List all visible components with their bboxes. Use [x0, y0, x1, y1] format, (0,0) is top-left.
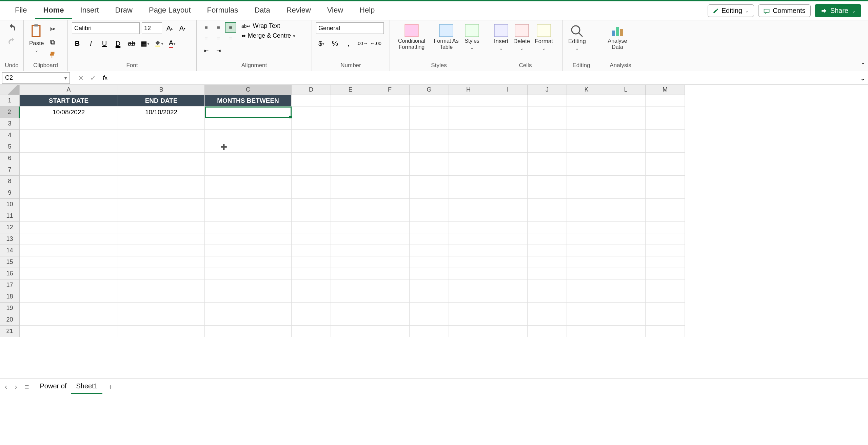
- cell-K10[interactable]: [567, 199, 606, 210]
- row-header-20[interactable]: 20: [0, 314, 20, 326]
- cell-D7[interactable]: [292, 164, 331, 176]
- column-header-G[interactable]: G: [410, 85, 449, 95]
- sheet-tab-power-of[interactable]: Power of: [35, 380, 72, 394]
- row-header-12[interactable]: 12: [0, 222, 20, 233]
- cell-D2[interactable]: [292, 107, 331, 118]
- cell-J2[interactable]: [528, 107, 567, 118]
- enter-formula-button[interactable]: ✓: [87, 73, 98, 83]
- cell-K16[interactable]: [567, 268, 606, 279]
- cell-D17[interactable]: [292, 279, 331, 291]
- cell-I18[interactable]: [488, 291, 528, 303]
- cell-J3[interactable]: [528, 118, 567, 130]
- align-mid-center[interactable]: ≡: [213, 34, 224, 44]
- cell-J13[interactable]: [528, 233, 567, 245]
- cell-K2[interactable]: [567, 107, 606, 118]
- bold-button[interactable]: B: [72, 38, 83, 49]
- cell-I3[interactable]: [488, 118, 528, 130]
- cell-D4[interactable]: [292, 130, 331, 141]
- cell-I5[interactable]: [488, 141, 528, 153]
- cell-J16[interactable]: [528, 268, 567, 279]
- redo-button[interactable]: [6, 36, 17, 47]
- cell-G10[interactable]: [410, 199, 449, 210]
- cell-G15[interactable]: [410, 256, 449, 268]
- cell-H17[interactable]: [449, 279, 488, 291]
- cell-J14[interactable]: [528, 245, 567, 256]
- add-sheet-button[interactable]: +: [107, 381, 114, 393]
- cell-K1[interactable]: [567, 95, 606, 107]
- cell-H11[interactable]: [449, 210, 488, 222]
- cell-J4[interactable]: [528, 130, 567, 141]
- cell-C6[interactable]: [205, 153, 292, 164]
- cell-F8[interactable]: [370, 176, 410, 187]
- row-header-8[interactable]: 8: [0, 176, 20, 187]
- cell-G8[interactable]: [410, 176, 449, 187]
- sheet-nav-next[interactable]: ›: [13, 381, 18, 393]
- cell-J8[interactable]: [528, 176, 567, 187]
- cell-G20[interactable]: [410, 314, 449, 326]
- cell-A17[interactable]: [20, 279, 118, 291]
- cell-L11[interactable]: [606, 210, 646, 222]
- number-format-select[interactable]: [316, 22, 384, 34]
- cell-B20[interactable]: [118, 314, 205, 326]
- cell-A10[interactable]: [20, 199, 118, 210]
- cell-D12[interactable]: [292, 222, 331, 233]
- cell-I4[interactable]: [488, 130, 528, 141]
- cell-L17[interactable]: [606, 279, 646, 291]
- analyse-data-button[interactable]: Analyse Data: [604, 22, 631, 51]
- cell-E18[interactable]: [331, 291, 370, 303]
- cell-I1[interactable]: [488, 95, 528, 107]
- cell-H18[interactable]: [449, 291, 488, 303]
- cell-I19[interactable]: [488, 303, 528, 314]
- cell-G5[interactable]: [410, 141, 449, 153]
- cell-I21[interactable]: [488, 326, 528, 337]
- cell-K9[interactable]: [567, 187, 606, 199]
- cell-C14[interactable]: [205, 245, 292, 256]
- column-header-M[interactable]: M: [646, 85, 685, 95]
- cell-G7[interactable]: [410, 164, 449, 176]
- column-header-H[interactable]: H: [449, 85, 488, 95]
- cell-L20[interactable]: [606, 314, 646, 326]
- cell-L16[interactable]: [606, 268, 646, 279]
- merge-centre-button[interactable]: ⬌ Merge & Centre ▾: [241, 32, 295, 39]
- cell-G13[interactable]: [410, 233, 449, 245]
- cell-G12[interactable]: [410, 222, 449, 233]
- align-top-right[interactable]: ≡: [225, 22, 236, 33]
- cell-D11[interactable]: [292, 210, 331, 222]
- cell-B10[interactable]: [118, 199, 205, 210]
- cell-A4[interactable]: [20, 130, 118, 141]
- cell-H19[interactable]: [449, 303, 488, 314]
- cell-L4[interactable]: [606, 130, 646, 141]
- cell-K5[interactable]: [567, 141, 606, 153]
- cell-E21[interactable]: [331, 326, 370, 337]
- strikethrough-button[interactable]: ab: [126, 38, 137, 49]
- cell-F10[interactable]: [370, 199, 410, 210]
- cell-H2[interactable]: [449, 107, 488, 118]
- cell-L3[interactable]: [606, 118, 646, 130]
- cell-H9[interactable]: [449, 187, 488, 199]
- cell-D3[interactable]: [292, 118, 331, 130]
- cell-B21[interactable]: [118, 326, 205, 337]
- cell-C3[interactable]: [205, 118, 292, 130]
- cell-D21[interactable]: [292, 326, 331, 337]
- cell-H8[interactable]: [449, 176, 488, 187]
- paste-button[interactable]: Paste ⌄: [28, 22, 45, 54]
- cell-I6[interactable]: [488, 153, 528, 164]
- cell-J1[interactable]: [528, 95, 567, 107]
- cell-A19[interactable]: [20, 303, 118, 314]
- cell-A3[interactable]: [20, 118, 118, 130]
- cell-C1[interactable]: MONTHS BETWEEN: [205, 95, 292, 107]
- tab-draw[interactable]: Draw: [107, 2, 141, 19]
- cell-B16[interactable]: [118, 268, 205, 279]
- cell-H13[interactable]: [449, 233, 488, 245]
- cell-G2[interactable]: [410, 107, 449, 118]
- cell-L14[interactable]: [606, 245, 646, 256]
- cell-A2[interactable]: 10/08/2022: [20, 107, 118, 118]
- cell-I7[interactable]: [488, 164, 528, 176]
- cell-C5[interactable]: [205, 141, 292, 153]
- align-mid-right[interactable]: ≡: [225, 34, 236, 44]
- cell-H1[interactable]: [449, 95, 488, 107]
- cell-L12[interactable]: [606, 222, 646, 233]
- comma-button[interactable]: ,: [343, 38, 354, 49]
- cell-B15[interactable]: [118, 256, 205, 268]
- cell-G3[interactable]: [410, 118, 449, 130]
